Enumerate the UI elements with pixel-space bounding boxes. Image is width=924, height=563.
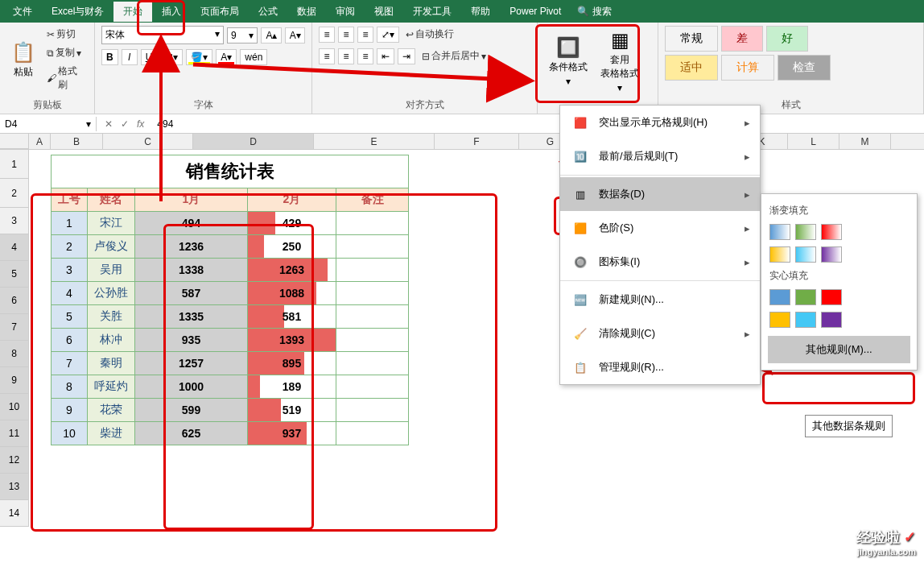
row-header[interactable]: 14 — [0, 500, 29, 527]
cell-month1[interactable]: 1000 — [135, 375, 248, 399]
menu-powerpivot[interactable]: Power Pivot — [500, 2, 571, 20]
menu-view[interactable]: 视图 — [365, 2, 403, 22]
db-solid-green[interactable] — [795, 289, 816, 305]
more-rules-button[interactable]: 其他规则(M)... — [768, 336, 910, 363]
merge-center-button[interactable]: ⊟合并后居中▾ — [419, 48, 489, 64]
cell-note[interactable] — [336, 282, 409, 305]
search-box[interactable]: 🔍 搜索 — [577, 5, 612, 19]
row-header[interactable]: 10 — [0, 394, 29, 420]
cell-note[interactable] — [336, 212, 409, 235]
indent-dec-button[interactable]: ⇤ — [377, 48, 394, 64]
cell-id[interactable]: 4 — [52, 282, 88, 305]
style-neutral[interactable]: 适中 — [665, 55, 718, 81]
italic-button[interactable]: I — [122, 49, 138, 65]
cell-month1[interactable]: 625 — [135, 422, 248, 445]
cancel-icon[interactable]: ✕ — [105, 118, 113, 130]
cell-id[interactable]: 7 — [52, 352, 88, 375]
paste-button[interactable]: 📋 粘贴 — [6, 38, 40, 82]
cut-button[interactable]: ✂剪切 — [43, 26, 88, 43]
cell-month2[interactable]: 1393 — [248, 329, 336, 352]
cell-id[interactable]: 1 — [52, 212, 88, 235]
menu-dev[interactable]: 开发工具 — [403, 2, 461, 22]
align-middle-button[interactable]: ≡ — [338, 27, 354, 43]
increase-font-button[interactable]: A▴ — [261, 27, 281, 43]
col-l[interactable]: L — [788, 134, 839, 149]
cell-id[interactable]: 10 — [52, 422, 88, 445]
font-name-select[interactable]: 宋体▾ — [101, 26, 224, 44]
db-grad-purple[interactable] — [821, 246, 842, 263]
cell-name[interactable]: 关胜 — [88, 305, 135, 329]
format-as-table-button[interactable]: ▦ 套用 表格格式▾ — [596, 26, 644, 97]
cell-name[interactable]: 宋江 — [88, 212, 135, 235]
menu-data[interactable]: 数据 — [287, 2, 326, 22]
col-m[interactable]: M — [839, 134, 891, 149]
row-header[interactable]: 3 — [0, 208, 29, 234]
style-normal[interactable]: 常规 — [665, 26, 718, 52]
bold-button[interactable]: B — [101, 49, 118, 65]
cell-name[interactable]: 柴进 — [88, 422, 135, 445]
cell-id[interactable]: 6 — [52, 329, 88, 352]
cell-note[interactable] — [336, 352, 409, 375]
cell-note[interactable] — [336, 422, 409, 445]
col-f[interactable]: F — [435, 134, 519, 149]
cell-month2[interactable]: 429 — [248, 212, 336, 235]
col-d[interactable]: D — [193, 134, 314, 149]
cell-month1[interactable]: 1335 — [135, 305, 248, 329]
copy-button[interactable]: ⧉复制▾ — [43, 44, 88, 61]
db-grad-cyan[interactable] — [795, 246, 816, 263]
cell-id[interactable]: 2 — [52, 235, 88, 259]
cf-colorscale[interactable]: 🟧色阶(S)▸ — [560, 211, 760, 245]
style-good[interactable]: 好 — [766, 26, 808, 52]
cell-note[interactable] — [336, 305, 409, 329]
align-left-button[interactable]: ≡ — [319, 48, 335, 64]
cell-note[interactable] — [336, 235, 409, 259]
cell-month2[interactable]: 519 — [248, 399, 336, 422]
menu-review[interactable]: 审阅 — [326, 2, 365, 22]
wrap-text-button[interactable]: ↩自动换行 — [402, 26, 457, 43]
row-header[interactable]: 12 — [0, 447, 29, 474]
cell-month1[interactable]: 494 — [135, 212, 248, 235]
align-center-button[interactable]: ≡ — [338, 48, 354, 64]
cell-note[interactable] — [336, 375, 409, 399]
cell-id[interactable]: 3 — [52, 259, 88, 282]
cell-month2[interactable]: 581 — [248, 305, 336, 329]
cf-manage-rules[interactable]: 📋管理规则(R)... — [560, 350, 760, 384]
menu-insert[interactable]: 插入 — [152, 2, 191, 22]
align-bottom-button[interactable]: ≡ — [357, 27, 373, 43]
cf-top-rules[interactable]: 🔟最前/最后规则(T)▸ — [560, 139, 760, 173]
align-top-button[interactable]: ≡ — [319, 27, 335, 43]
db-solid-orange[interactable] — [769, 312, 790, 328]
db-solid-red[interactable] — [821, 289, 842, 305]
underline-button[interactable]: U — [141, 49, 158, 65]
conditional-format-button[interactable]: 🔲 条件格式▾ — [544, 33, 592, 90]
db-grad-blue[interactable] — [769, 224, 790, 240]
cell-month1[interactable]: 935 — [135, 329, 248, 352]
cell-month1[interactable]: 1236 — [135, 235, 248, 259]
font-size-select[interactable]: 9▾ — [227, 27, 258, 43]
fx-icon[interactable]: fx — [137, 118, 144, 130]
name-box[interactable]: D4▾ — [0, 117, 97, 131]
decrease-font-button[interactable]: A▾ — [285, 27, 305, 43]
style-calc[interactable]: 计算 — [721, 55, 774, 81]
row-header[interactable]: 6 — [0, 288, 29, 314]
cell-id[interactable]: 5 — [52, 305, 88, 329]
menu-formula[interactable]: 公式 — [249, 2, 287, 22]
cell-name[interactable]: 花荣 — [88, 399, 135, 422]
cell-month1[interactable]: 587 — [135, 282, 248, 305]
cf-databar[interactable]: ▥数据条(D)▸ — [560, 177, 760, 211]
cell-id[interactable]: 8 — [52, 375, 88, 399]
cell-name[interactable]: 秦明 — [88, 352, 135, 375]
formula-input[interactable]: 494 — [152, 118, 178, 130]
cell-name[interactable]: 卢俊义 — [88, 235, 135, 259]
row-header[interactable]: 11 — [0, 420, 29, 447]
col-e[interactable]: E — [314, 134, 435, 149]
menu-excel-finance[interactable]: Excel与财务 — [42, 2, 113, 22]
cell-month2[interactable]: 895 — [248, 352, 336, 375]
cell-month2[interactable]: 189 — [248, 375, 336, 399]
style-bad[interactable]: 差 — [721, 26, 763, 52]
menu-help[interactable]: 帮助 — [461, 2, 500, 22]
db-grad-green[interactable] — [795, 224, 816, 240]
cell-name[interactable]: 吴用 — [88, 259, 135, 282]
col-a[interactable]: A — [29, 134, 51, 149]
style-check[interactable]: 检查 — [778, 55, 831, 81]
